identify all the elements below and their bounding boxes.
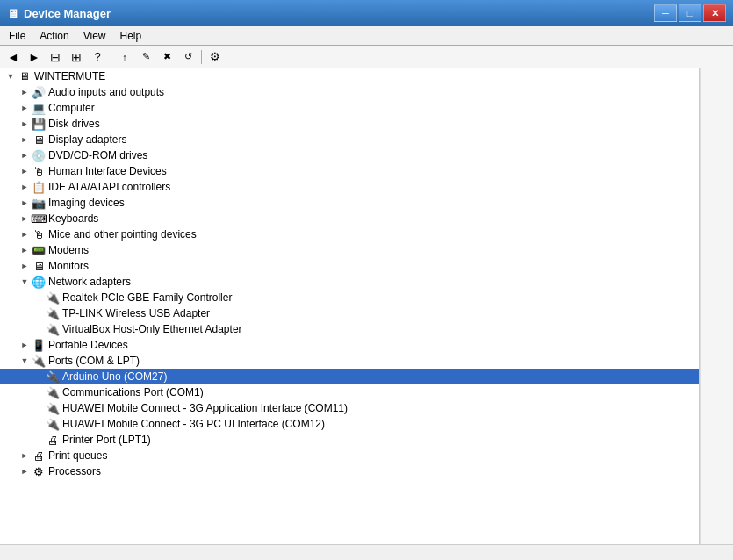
tree-item[interactable]: ► 🔊 Audio inputs and outputs: [0, 84, 699, 100]
mice-icon: 🖱: [32, 227, 46, 241]
tree-item[interactable]: ► 🖨 Print queues: [0, 448, 699, 463]
item-label: HUAWEI Mobile Connect - 3G Application I…: [62, 402, 348, 414]
ide-icon: 📋: [32, 180, 46, 194]
tree-item[interactable]: ► 🖥 Monitors: [0, 258, 699, 274]
window-title: Device Manager: [24, 7, 111, 20]
ports-icon: 🔌: [32, 354, 46, 368]
expand-icon: ►: [18, 196, 32, 210]
prop-button[interactable]: ✎: [136, 48, 155, 66]
tree-item[interactable]: ► ⚙ Processors: [0, 463, 699, 479]
item-label: Network adapters: [48, 276, 131, 288]
expand-icon: ▼: [18, 354, 32, 368]
status-bar: [0, 544, 733, 560]
expand-icon: ►: [18, 338, 32, 352]
root-expand-icon: ▼: [4, 69, 18, 83]
portable-icon: 📱: [32, 338, 46, 352]
close-button[interactable]: ✕: [703, 4, 726, 22]
toolbar-separator-1: [111, 50, 111, 64]
tree-item[interactable]: 🔌 Communications Port (COM1): [0, 384, 699, 400]
tree-item[interactable]: 🔌 TP-LINK Wireless USB Adapter: [0, 305, 699, 321]
device-tree-panel: ▼ 🖥 WINTERMUTE ► 🔊 Audio inputs and outp…: [0, 68, 700, 544]
tree-item-keyboards[interactable]: ► ⌨ Keyboards: [0, 211, 699, 226]
item-label: Human Interface Devices: [48, 165, 167, 177]
menu-action[interactable]: Action: [34, 29, 74, 43]
display-icon: 🖥: [32, 133, 46, 147]
tree-item[interactable]: 🔌 HUAWEI Mobile Connect - 3G Application…: [0, 400, 699, 416]
item-label: Printer Port (LPT1): [62, 434, 151, 446]
app-icon: 🖥: [7, 7, 18, 20]
tree-item-ports[interactable]: ▼ 🔌 Ports (COM & LPT): [0, 353, 699, 369]
item-label: Display adapters: [48, 133, 126, 146]
main-area: ▼ 🖥 WINTERMUTE ► 🔊 Audio inputs and outp…: [0, 68, 733, 544]
item-label: Keyboards: [48, 212, 98, 225]
tree-item[interactable]: 🖨 Printer Port (LPT1): [0, 432, 699, 448]
huawei1-icon: 🔌: [46, 401, 60, 415]
expand-icon: ►: [18, 227, 32, 241]
settings-button[interactable]: ⚙: [205, 48, 225, 66]
tree-root-item[interactable]: ▼ 🖥 WINTERMUTE: [0, 68, 699, 84]
monitor-icon: 🖥: [32, 259, 46, 273]
computer-icon: 🖥: [18, 69, 32, 83]
tree-item[interactable]: ► 📷 Imaging devices: [0, 195, 699, 211]
toolbar-separator-2: [201, 50, 202, 64]
tree-item[interactable]: 🔌 HUAWEI Mobile Connect - 3G PC UI Inter…: [0, 416, 699, 432]
item-label: Audio inputs and outputs: [48, 86, 164, 98]
toolbar: ◄ ► ⊟ ⊞ ? ↑ ✎ ✖ ↺ ⚙: [0, 46, 733, 68]
audio-icon: 🔊: [32, 85, 46, 99]
back-button[interactable]: ◄: [4, 48, 23, 66]
tree-item[interactable]: ► 📟 Modems: [0, 242, 699, 258]
item-label: Monitors: [48, 260, 89, 272]
up-button[interactable]: ⊟: [46, 48, 65, 66]
help-button[interactable]: ?: [88, 48, 107, 66]
dvd-icon: 💿: [32, 148, 46, 162]
tree-item[interactable]: 🔌 Realtek PCIe GBE Family Controller: [0, 290, 699, 305]
tree-item-arduino[interactable]: 🔌 Arduino Uno (COM27): [0, 369, 699, 384]
tree-item-hid[interactable]: ► 🖱 Human Interface Devices: [0, 163, 699, 179]
item-label: Ports (COM & LPT): [48, 355, 140, 367]
item-label: Computer: [48, 102, 95, 114]
expand-icon: ►: [18, 85, 32, 99]
keyboard-icon: ⌨: [32, 212, 46, 226]
item-label: Disk drives: [48, 118, 100, 130]
imaging-icon: 📷: [32, 196, 46, 210]
uninstall-button[interactable]: ✖: [157, 48, 176, 66]
printer-icon: 🖨: [46, 433, 60, 447]
hid-icon: 🖱: [32, 164, 46, 178]
update-button[interactable]: ↺: [178, 48, 198, 66]
expand-icon: ►: [18, 164, 32, 178]
computer-icon: 💻: [32, 101, 46, 115]
tree-item[interactable]: ► 💾 Disk drives: [0, 116, 699, 132]
forward-button[interactable]: ►: [25, 48, 44, 66]
show-hide-button[interactable]: ⊞: [67, 48, 86, 66]
network-icon: 🌐: [32, 275, 46, 289]
item-label: Communications Port (COM1): [62, 386, 204, 398]
tree-item[interactable]: ► 🖥 Display adapters: [0, 132, 699, 147]
huawei2-icon: 🔌: [46, 417, 60, 431]
tree-item-portable[interactable]: ► 📱 Portable Devices: [0, 337, 699, 353]
minimize-button[interactable]: ─: [654, 4, 677, 22]
scan-button[interactable]: ↑: [115, 48, 134, 66]
tree-item[interactable]: ► 💻 Computer: [0, 100, 699, 116]
tree-item-mice[interactable]: ► 🖱 Mice and other pointing devices: [0, 226, 699, 242]
menu-view[interactable]: View: [78, 29, 111, 43]
tree-item[interactable]: ► 📋 IDE ATA/ATAPI controllers: [0, 179, 699, 195]
tree-item[interactable]: 🔌 VirtualBox Host-Only Ethernet Adapter: [0, 321, 699, 337]
realtek-icon: 🔌: [46, 291, 60, 305]
menu-file[interactable]: File: [4, 29, 31, 43]
title-bar-left: 🖥 Device Manager: [7, 7, 111, 20]
item-label: Mice and other pointing devices: [48, 228, 197, 241]
item-label: Arduino Uno (COM27): [62, 370, 167, 383]
expand-icon: ►: [18, 133, 32, 147]
vbox-icon: 🔌: [46, 322, 60, 336]
cpu-icon: ⚙: [32, 464, 46, 478]
item-label: IDE ATA/ATAPI controllers: [48, 181, 170, 193]
item-label: Realtek PCIe GBE Family Controller: [62, 291, 232, 304]
expand-icon: ►: [18, 449, 32, 463]
tree-item-network[interactable]: ▼ 🌐 Network adapters: [0, 274, 699, 290]
window-controls: ─ □ ✕: [654, 4, 726, 22]
item-label: Print queues: [48, 449, 107, 462]
restore-button[interactable]: □: [679, 4, 701, 22]
tree-item[interactable]: ► 💿 DVD/CD-ROM drives: [0, 147, 699, 163]
menu-help[interactable]: Help: [115, 29, 147, 43]
expand-icon: ►: [18, 117, 32, 131]
